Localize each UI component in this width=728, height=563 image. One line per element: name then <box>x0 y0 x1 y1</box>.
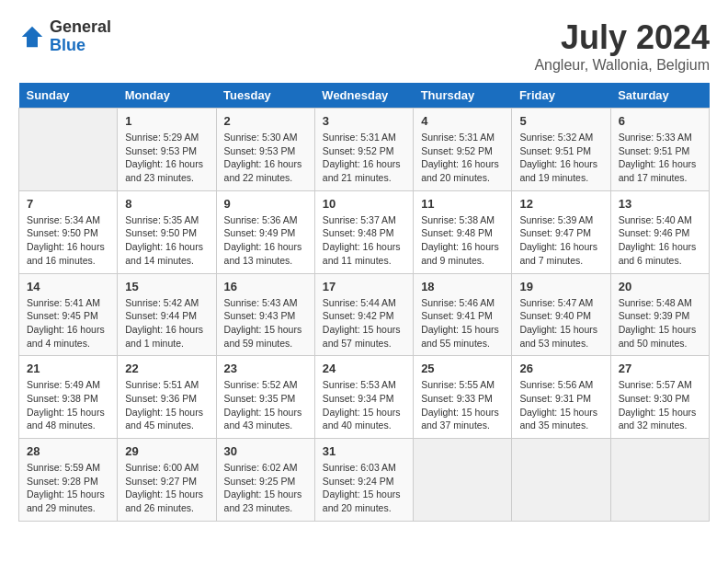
day-info: Sunrise: 5:41 AM Sunset: 9:45 PM Dayligh… <box>27 296 109 350</box>
calendar-cell: 13Sunrise: 5:40 AM Sunset: 9:46 PM Dayli… <box>610 190 709 273</box>
logo-text: General Blue <box>50 18 111 55</box>
calendar-cell: 15Sunrise: 5:42 AM Sunset: 9:44 PM Dayli… <box>118 273 216 356</box>
day-number: 12 <box>519 197 602 211</box>
page-subtitle: Angleur, Wallonia, Belgium <box>534 57 710 74</box>
calendar-body: 1Sunrise: 5:29 AM Sunset: 9:53 PM Daylig… <box>19 109 710 522</box>
calendar-cell: 24Sunrise: 5:53 AM Sunset: 9:34 PM Dayli… <box>314 356 413 439</box>
day-number: 16 <box>224 280 307 293</box>
day-number: 5 <box>519 114 602 128</box>
calendar-cell: 16Sunrise: 5:43 AM Sunset: 9:43 PM Dayli… <box>216 273 314 356</box>
calendar-cell: 10Sunrise: 5:37 AM Sunset: 9:48 PM Dayli… <box>314 190 413 273</box>
day-number: 1 <box>125 114 208 128</box>
day-info: Sunrise: 5:38 AM Sunset: 9:48 PM Dayligh… <box>421 213 504 268</box>
day-number: 29 <box>125 444 208 458</box>
header-cell-sunday: Sunday <box>19 83 118 109</box>
day-info: Sunrise: 5:52 AM Sunset: 9:35 PM Dayligh… <box>224 378 307 432</box>
calendar-cell: 29Sunrise: 6:00 AM Sunset: 9:27 PM Dayli… <box>118 439 216 522</box>
day-number: 15 <box>125 280 208 293</box>
day-number: 4 <box>421 114 504 128</box>
calendar-cell: 31Sunrise: 6:03 AM Sunset: 9:24 PM Dayli… <box>314 439 413 522</box>
logo-icon <box>18 23 46 51</box>
day-info: Sunrise: 5:56 AM Sunset: 9:31 PM Dayligh… <box>519 378 602 432</box>
day-info: Sunrise: 5:53 AM Sunset: 9:34 PM Dayligh… <box>323 378 405 432</box>
calendar-cell: 2Sunrise: 5:30 AM Sunset: 9:53 PM Daylig… <box>216 109 314 191</box>
day-number: 3 <box>323 114 405 128</box>
day-info: Sunrise: 5:51 AM Sunset: 9:36 PM Dayligh… <box>125 378 208 432</box>
calendar-cell <box>19 109 118 191</box>
calendar-cell: 12Sunrise: 5:39 AM Sunset: 9:47 PM Dayli… <box>512 190 610 273</box>
calendar-cell: 8Sunrise: 5:35 AM Sunset: 9:50 PM Daylig… <box>118 190 216 273</box>
day-number: 9 <box>224 197 307 211</box>
day-info: Sunrise: 5:43 AM Sunset: 9:43 PM Dayligh… <box>224 296 307 350</box>
title-section: July 2024 Angleur, Wallonia, Belgium <box>534 18 710 74</box>
day-number: 17 <box>323 280 405 293</box>
day-number: 10 <box>323 197 405 211</box>
calendar-cell: 21Sunrise: 5:49 AM Sunset: 9:38 PM Dayli… <box>19 356 118 439</box>
calendar-cell: 27Sunrise: 5:57 AM Sunset: 9:30 PM Dayli… <box>610 356 709 439</box>
logo-blue: Blue <box>50 37 111 55</box>
calendar-cell: 11Sunrise: 5:38 AM Sunset: 9:48 PM Dayli… <box>414 190 512 273</box>
day-number: 27 <box>619 362 701 375</box>
day-number: 7 <box>27 197 109 211</box>
day-number: 26 <box>519 362 602 375</box>
calendar-week-4: 21Sunrise: 5:49 AM Sunset: 9:38 PM Dayli… <box>19 356 710 439</box>
day-info: Sunrise: 5:44 AM Sunset: 9:42 PM Dayligh… <box>323 296 405 350</box>
day-info: Sunrise: 5:55 AM Sunset: 9:33 PM Dayligh… <box>421 378 504 432</box>
header-row: SundayMondayTuesdayWednesdayThursdayFrid… <box>19 83 710 109</box>
logo-general: General <box>50 18 111 37</box>
calendar-cell: 1Sunrise: 5:29 AM Sunset: 9:53 PM Daylig… <box>118 109 216 191</box>
calendar-cell: 14Sunrise: 5:41 AM Sunset: 9:45 PM Dayli… <box>19 273 118 356</box>
day-number: 2 <box>224 114 307 128</box>
calendar-cell: 23Sunrise: 5:52 AM Sunset: 9:35 PM Dayli… <box>216 356 314 439</box>
day-info: Sunrise: 5:42 AM Sunset: 9:44 PM Dayligh… <box>125 296 208 350</box>
calendar-table: SundayMondayTuesdayWednesdayThursdayFrid… <box>18 83 710 522</box>
day-info: Sunrise: 5:29 AM Sunset: 9:53 PM Dayligh… <box>125 131 208 185</box>
day-number: 20 <box>619 280 701 293</box>
header-cell-thursday: Thursday <box>414 83 512 109</box>
day-info: Sunrise: 5:32 AM Sunset: 9:51 PM Dayligh… <box>519 131 602 185</box>
calendar-cell: 19Sunrise: 5:47 AM Sunset: 9:40 PM Dayli… <box>512 273 610 356</box>
day-info: Sunrise: 5:31 AM Sunset: 9:52 PM Dayligh… <box>323 131 405 185</box>
day-number: 21 <box>27 362 109 375</box>
logo: General Blue <box>18 18 111 55</box>
day-number: 28 <box>27 444 109 458</box>
header-cell-monday: Monday <box>118 83 216 109</box>
header-cell-saturday: Saturday <box>610 83 709 109</box>
day-info: Sunrise: 5:47 AM Sunset: 9:40 PM Dayligh… <box>519 296 602 350</box>
day-number: 18 <box>421 280 504 293</box>
calendar-week-3: 14Sunrise: 5:41 AM Sunset: 9:45 PM Dayli… <box>19 273 710 356</box>
calendar-cell: 18Sunrise: 5:46 AM Sunset: 9:41 PM Dayli… <box>414 273 512 356</box>
header-cell-friday: Friday <box>512 83 610 109</box>
day-number: 25 <box>421 362 504 375</box>
calendar-cell: 7Sunrise: 5:34 AM Sunset: 9:50 PM Daylig… <box>19 190 118 273</box>
calendar-week-1: 1Sunrise: 5:29 AM Sunset: 9:53 PM Daylig… <box>19 109 710 191</box>
calendar-cell: 30Sunrise: 6:02 AM Sunset: 9:25 PM Dayli… <box>216 439 314 522</box>
day-number: 30 <box>224 444 307 458</box>
calendar-cell: 9Sunrise: 5:36 AM Sunset: 9:49 PM Daylig… <box>216 190 314 273</box>
day-number: 6 <box>619 114 701 128</box>
calendar-cell <box>610 439 709 522</box>
header-cell-wednesday: Wednesday <box>314 83 413 109</box>
day-info: Sunrise: 5:31 AM Sunset: 9:52 PM Dayligh… <box>421 131 504 185</box>
calendar-cell <box>414 439 512 522</box>
calendar-cell: 4Sunrise: 5:31 AM Sunset: 9:52 PM Daylig… <box>414 109 512 191</box>
day-info: Sunrise: 5:49 AM Sunset: 9:38 PM Dayligh… <box>27 378 109 432</box>
day-info: Sunrise: 5:48 AM Sunset: 9:39 PM Dayligh… <box>619 296 701 350</box>
day-info: Sunrise: 5:34 AM Sunset: 9:50 PM Dayligh… <box>27 213 109 268</box>
calendar-cell: 20Sunrise: 5:48 AM Sunset: 9:39 PM Dayli… <box>610 273 709 356</box>
day-info: Sunrise: 5:30 AM Sunset: 9:53 PM Dayligh… <box>224 131 307 185</box>
day-info: Sunrise: 5:46 AM Sunset: 9:41 PM Dayligh… <box>421 296 504 350</box>
day-number: 8 <box>125 197 208 211</box>
calendar-cell: 17Sunrise: 5:44 AM Sunset: 9:42 PM Dayli… <box>314 273 413 356</box>
day-info: Sunrise: 5:39 AM Sunset: 9:47 PM Dayligh… <box>519 213 602 268</box>
page-header: General Blue July 2024 Angleur, Wallonia… <box>18 18 710 74</box>
day-number: 19 <box>519 280 602 293</box>
calendar-week-2: 7Sunrise: 5:34 AM Sunset: 9:50 PM Daylig… <box>19 190 710 273</box>
calendar-cell: 5Sunrise: 5:32 AM Sunset: 9:51 PM Daylig… <box>512 109 610 191</box>
day-number: 11 <box>421 197 504 211</box>
day-info: Sunrise: 6:00 AM Sunset: 9:27 PM Dayligh… <box>125 461 208 515</box>
day-number: 13 <box>619 197 701 211</box>
day-number: 23 <box>224 362 307 375</box>
day-info: Sunrise: 5:57 AM Sunset: 9:30 PM Dayligh… <box>619 378 701 432</box>
calendar-cell: 28Sunrise: 5:59 AM Sunset: 9:28 PM Dayli… <box>19 439 118 522</box>
